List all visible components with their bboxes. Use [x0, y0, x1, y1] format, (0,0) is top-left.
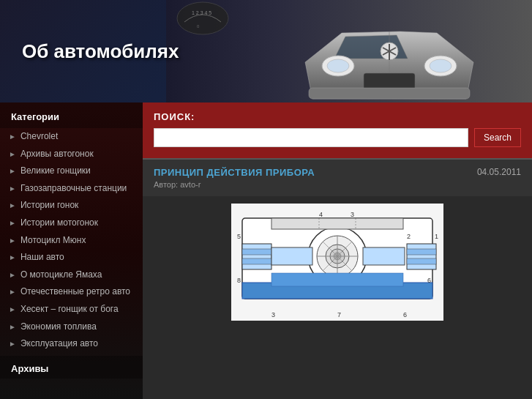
sidebar-item-label: Истории мотогонок [20, 217, 98, 229]
svg-rect-19 [242, 258, 271, 264]
svg-rect-17 [242, 244, 271, 269]
sidebar-item-racer-god[interactable]: ► Хесект – гонщик от бога [0, 301, 143, 318]
svg-text:6: 6 [403, 311, 407, 318]
sidebar-item-label: Chevrolet [20, 131, 58, 143]
sidebar-item-label: Эксплуатация авто [20, 338, 98, 350]
sidebar-item-our-cars[interactable]: ► Наши авто [0, 249, 143, 266]
svg-point-1 [177, 2, 228, 34]
arrow-icon: ► [9, 322, 16, 332]
svg-text:3: 3 [351, 211, 354, 218]
sidebar-item-fuel[interactable]: ► Экономия топлива [0, 318, 143, 336]
svg-rect-32 [271, 247, 312, 265]
arrow-icon: ► [9, 149, 16, 159]
sidebar-item-label: Наши авто [20, 252, 64, 264]
categories-heading: Категории [0, 102, 143, 128]
sidebar-item-retro[interactable]: ► Отечественные ретро авто [0, 283, 143, 301]
svg-text:3: 3 [271, 311, 275, 318]
svg-text:8: 8 [237, 277, 241, 284]
archives-heading: Архивы [0, 356, 143, 379]
arrow-icon: ► [9, 236, 16, 245]
svg-point-8 [430, 59, 452, 72]
article-header: ПРИНЦИП ДЕЙСТВИЯ ПРИБОРА Автор: avto-r 0… [143, 158, 532, 196]
sidebar-item-moto-stories[interactable]: ► Истории мотогонок [0, 215, 143, 232]
sidebar-item-label: Архивы автогонок [20, 149, 94, 160]
sidebar-item-label: О мотоцикле Ямаха [20, 269, 102, 281]
sidebar-item-label: Истории гонок [20, 200, 78, 212]
svg-rect-35 [271, 273, 403, 286]
sidebar-item-archives-auto[interactable]: ► Архивы автогонок [0, 146, 143, 163]
arrow-icon: ► [9, 201, 16, 210]
diagram-container: 5 4 3 2 1 8 3 7 6 6 [154, 204, 521, 321]
sidebar-item-great-racers[interactable]: ► Великие гонщики [0, 163, 143, 180]
arrow-icon: ► [9, 287, 16, 297]
sidebar-item-label: Мотоцикл Мюнх [20, 235, 86, 247]
svg-point-6 [327, 59, 349, 72]
search-section: ПОИСК: Search [143, 102, 532, 158]
header: 1 2 3 4 5 0 Об автомобилях [0, 0, 532, 102]
author-name: avto-r [180, 180, 201, 189]
sidebar-item-chevrolet[interactable]: ► Chevrolet [0, 128, 143, 146]
svg-rect-14 [309, 88, 470, 99]
device-diagram: 5 4 3 2 1 8 3 7 6 6 [231, 204, 443, 321]
svg-text:7: 7 [337, 311, 341, 318]
sidebar-item-label: Великие гонщики [20, 165, 91, 177]
arrow-icon: ► [9, 339, 16, 348]
svg-text:6: 6 [427, 277, 431, 284]
sidebar-item-yamaha[interactable]: ► О мотоцикле Ямаха [0, 266, 143, 284]
svg-text:5: 5 [237, 233, 241, 240]
article-content: 5 4 3 2 1 8 3 7 6 6 [143, 196, 532, 328]
search-row: Search [154, 128, 521, 147]
svg-rect-18 [242, 249, 271, 255]
arrow-icon: ► [9, 253, 16, 262]
article-meta: ПРИНЦИП ДЕЙСТВИЯ ПРИБОРА Автор: avto-r [154, 167, 315, 189]
search-input[interactable] [154, 128, 468, 147]
sidebar-item-exploitation[interactable]: ► Эксплуатация авто [0, 335, 143, 353]
site-title: Об автомобилях [22, 40, 179, 63]
car-illustration: 1 2 3 4 5 0 [166, 0, 532, 102]
author-prefix: Автор: [154, 180, 178, 189]
svg-rect-33 [363, 247, 405, 265]
svg-rect-20 [407, 244, 436, 269]
svg-text:2: 2 [407, 233, 411, 240]
sidebar-item-label: Экономия топлива [20, 321, 97, 333]
sidebar-item-gas-stations[interactable]: ► Газозаправочные станции [0, 180, 143, 198]
sidebar-item-label: Хесект – гонщик от бога [20, 304, 119, 316]
article-author: Автор: avto-r [154, 180, 315, 189]
svg-text:4: 4 [319, 211, 323, 218]
svg-rect-21 [407, 249, 436, 255]
article-title[interactable]: ПРИНЦИП ДЕЙСТВИЯ ПРИБОРА [154, 167, 315, 178]
main-container: Категории ► Chevrolet ► Архивы автогонок… [0, 102, 532, 399]
svg-rect-36 [271, 218, 403, 229]
search-button[interactable]: Search [474, 128, 521, 147]
svg-text:1 2 3 4 5: 1 2 3 4 5 [192, 10, 211, 15]
content-area: ПОИСК: Search ПРИНЦИП ДЕЙСТВИЯ ПРИБОРА А… [143, 102, 532, 399]
arrow-icon: ► [9, 305, 16, 314]
arrow-icon: ► [9, 218, 16, 228]
article-date: 04.05.2011 [477, 167, 521, 177]
svg-text:1: 1 [435, 233, 438, 240]
search-label: ПОИСК: [154, 111, 521, 122]
sidebar-item-race-stories[interactable]: ► Истории гонок [0, 197, 143, 215]
arrow-icon: ► [9, 184, 16, 193]
arrow-icon: ► [9, 166, 16, 176]
arrow-icon: ► [9, 270, 16, 280]
sidebar-item-munch[interactable]: ► Мотоцикл Мюнх [0, 232, 143, 250]
arrow-icon: ► [9, 132, 16, 141]
sidebar: Категории ► Chevrolet ► Архивы автогонок… [0, 102, 143, 399]
svg-rect-22 [407, 258, 436, 264]
sidebar-item-label: Отечественные ретро авто [20, 286, 130, 298]
sidebar-item-label: Газозаправочные станции [20, 183, 127, 195]
